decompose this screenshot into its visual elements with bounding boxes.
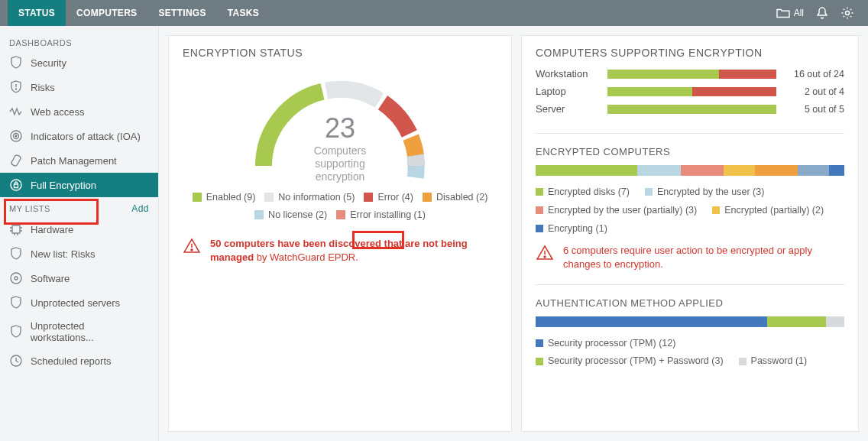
gauge-count: 23 [245,112,436,144]
sidebar-item-software[interactable]: Software [0,266,158,290]
gauge-chart: 23 Computerssupportingencryption [245,68,436,183]
sidebar-item-full-encryption[interactable]: Full Encryption [0,173,158,197]
shield-alert-icon [9,80,23,94]
sidebar-item-newlist-risks[interactable]: New list: Risks [0,242,158,266]
target-icon [9,129,23,143]
wave-icon [9,105,23,118]
sidebar-item-label: Unprotected servers [31,297,120,309]
sidebar-item-web-access[interactable]: Web access [0,99,158,124]
sidebar-item-label: Scheduled reports [31,355,112,367]
shield-plain-icon [9,325,23,339]
legend-item[interactable]: Password (1) [739,352,808,370]
legend-item[interactable]: Encrypted disks (7) [536,183,630,201]
sidebar-item-label: Full Encryption [31,180,96,191]
svg-point-2 [15,89,16,89]
support-val: 2 out of 4 [787,86,844,97]
sidebar-item-unprotected-workstations[interactable]: Unprotected workstations... [0,315,158,349]
shield-icon [9,56,23,70]
gauge-legend: Enabled (9) No information (5) Error (4)… [183,189,497,223]
support-val: 5 out of 5 [787,104,844,115]
bell-icon[interactable] [816,6,828,20]
svg-rect-9 [12,225,20,233]
sidebar-item-hardware[interactable]: Hardware [0,217,158,242]
legend-item[interactable]: Enabled (9) [193,189,256,206]
auth-bar[interactable] [536,316,844,327]
patch-icon [9,154,23,167]
encrypted-bar[interactable] [536,165,844,176]
svg-point-0 [846,11,850,15]
section-title: AUTHENTICATION METHOD APPLIED [536,297,844,309]
gear-icon[interactable] [840,6,854,20]
legend-item[interactable]: Disabled (2) [423,189,487,206]
sidebar-item-risks[interactable]: Risks [0,75,158,99]
sidebar-item-security[interactable]: Security [0,50,158,75]
legend-item[interactable]: Error (4) [364,189,413,206]
filter-all-button[interactable]: All [776,8,804,18]
sidebar-item-label: Risks [31,82,55,93]
encryption-status-panel: ENCRYPTION STATUS 23 [168,35,512,432]
legend-item[interactable]: Encrypted (partially) (2) [712,202,824,219]
alert-text: 50 computers have been discovered that a… [210,237,493,264]
disc-icon [9,271,23,285]
svg-rect-8 [15,184,18,188]
right-panel: COMPUTERS SUPPORTING ENCRYPTION Workstat… [521,35,859,432]
sidebar-item-patch[interactable]: Patch Management [0,148,158,173]
shield-plain-icon [9,247,23,261]
svg-point-10 [11,273,21,284]
legend-item[interactable]: Encrypted by the user (3) [645,183,764,201]
sidebar-item-label: Software [31,273,70,284]
support-bar [607,70,776,79]
sidebar-header-mylists: MY LISTSAdd [0,197,158,217]
section-title: ENCRYPTED COMPUTERS [536,146,844,157]
clock-icon [9,354,23,368]
svg-rect-6 [11,154,21,167]
tab-settings[interactable]: SETTINGS [147,0,216,26]
tab-status[interactable]: STATUS [8,0,66,26]
gauge-label: Computerssupportingencryption [245,144,436,183]
panel-title: COMPUTERS SUPPORTING ENCRYPTION [536,47,844,59]
panel-title: ENCRYPTION STATUS [183,47,497,59]
sidebar-item-label: New list: Risks [31,248,96,260]
alert-unmanaged[interactable]: 50 computers have been discovered that a… [183,237,497,264]
legend-item[interactable]: Encrypted by the user (partially) (3) [536,202,697,219]
support-val: 16 out of 24 [787,69,844,79]
folder-icon [776,8,790,18]
sidebar-item-label: Indicators of attack (IOA) [31,131,141,142]
top-navbar: STATUS COMPUTERS SETTINGS TASKS All [0,0,868,26]
tab-computers[interactable]: COMPUTERS [66,0,147,26]
encrypted-legend: Encrypted disks (7)Encrypted by the user… [536,183,844,238]
svg-point-16 [544,256,546,258]
legend-item[interactable]: No information (5) [264,189,355,206]
legend-item[interactable]: Security processor (TPM) + Password (3) [536,352,724,370]
support-row[interactable]: Server 5 out of 5 [536,103,844,115]
support-row[interactable]: Laptop 2 out of 4 [536,86,844,97]
sidebar-item-label: Web access [31,106,85,118]
sidebar-item-unprotected-servers[interactable]: Unprotected servers [0,290,158,315]
legend-item[interactable]: Security processor (TPM) (12) [536,335,675,352]
chip-icon [9,222,23,236]
svg-point-11 [15,277,18,280]
support-name: Laptop [536,86,597,97]
tab-tasks[interactable]: TASKS [217,0,270,26]
support-name: Server [536,103,597,115]
legend-item[interactable]: Error installing (1) [336,206,426,224]
svg-point-7 [11,180,21,190]
legend-item[interactable]: No license (2) [254,206,327,224]
warning-icon [183,237,201,255]
support-name: Workstation [536,68,597,79]
alert-text: 6 computers require user action to be en… [563,244,840,271]
sidebar-item-label: Patch Management [31,155,117,167]
sidebar-item-ioa[interactable]: Indicators of attack (IOA) [0,124,158,148]
support-rows: Workstation 16 out of 24Laptop 2 out of … [536,68,844,121]
support-row[interactable]: Workstation 16 out of 24 [536,68,844,79]
add-list-link[interactable]: Add [131,203,149,214]
sidebar-item-scheduled-reports[interactable]: Scheduled reports [0,349,158,373]
sidebar-item-label: Hardware [31,224,73,235]
auth-legend: Security processor (TPM) (12)Security pr… [536,335,844,371]
alert-encrypted[interactable]: 6 computers require user action to be en… [536,244,844,271]
sidebar-header-dashboards: DASHBOARDS [0,32,158,50]
sidebar-item-label: Security [31,57,66,69]
legend-item[interactable]: Encrypting (1) [536,220,607,238]
shield-plain-icon [9,296,23,310]
warning-icon [536,244,554,262]
